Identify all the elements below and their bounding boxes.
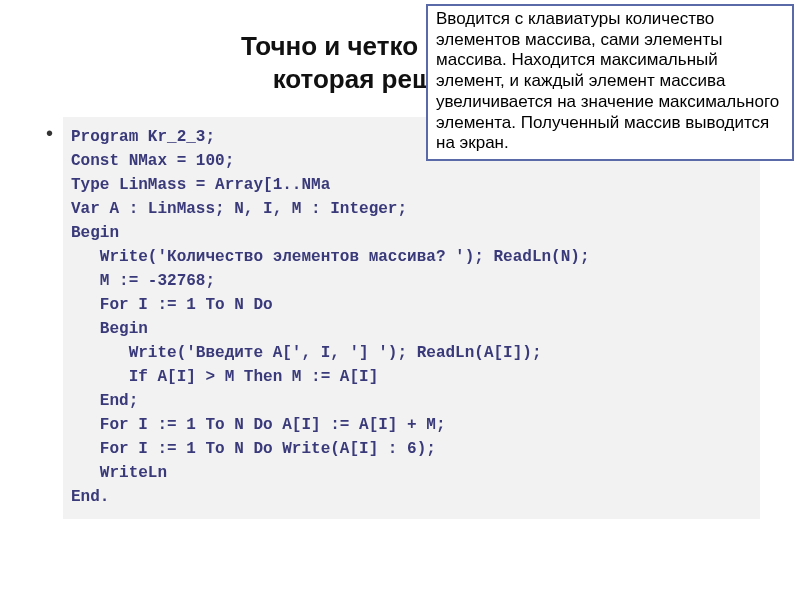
bullet-marker: •	[46, 123, 53, 143]
code-block: Program Kr_2_3; Const NMax = 100; Type L…	[63, 117, 760, 519]
callout-text: Вводится с клавиатуры количество элемент…	[436, 9, 779, 152]
slide: Точно и четко сформули которая решается …	[0, 0, 800, 600]
content-row: • Program Kr_2_3; Const NMax = 100; Type…	[40, 117, 760, 519]
callout-box: Вводится с клавиатуры количество элемент…	[426, 4, 794, 161]
